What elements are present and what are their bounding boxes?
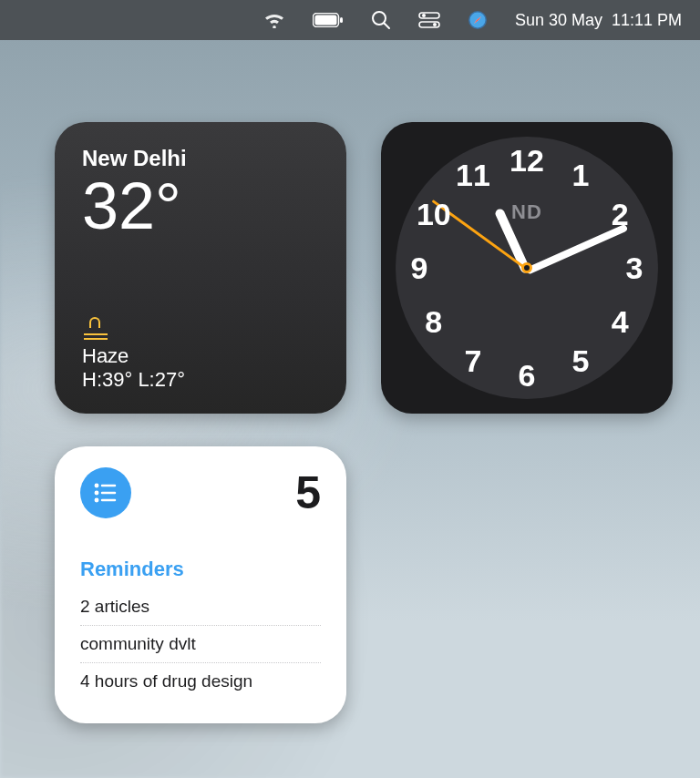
weather-hilo: H:39° L:27° — [82, 368, 319, 392]
battery-icon[interactable] — [313, 13, 344, 27]
notification-center-widgets: New Delhi 32° Haze H:39° L:27° ND 123456… — [0, 40, 700, 723]
list-icon — [80, 467, 131, 518]
svg-point-8 — [433, 23, 437, 26]
reminder-item[interactable]: community dvlt — [80, 626, 321, 663]
reminders-title: Reminders — [80, 558, 321, 581]
clock-numeral: 9 — [411, 251, 428, 286]
spotlight-search-icon[interactable] — [371, 10, 391, 30]
reminders-list: 2 articles community dvlt 4 hours of dru… — [80, 589, 321, 700]
clock-numeral: 4 — [612, 304, 629, 340]
clock-timezone: ND — [511, 200, 542, 224]
clock-widget[interactable]: ND 123456789101112 — [381, 122, 673, 414]
clock-numeral: 11 — [456, 157, 490, 192]
svg-point-6 — [422, 14, 426, 17]
weather-location: New Delhi — [82, 146, 319, 171]
clock-pivot — [521, 262, 532, 273]
svg-rect-1 — [314, 15, 336, 26]
clock-face: ND 123456789101112 — [396, 137, 658, 399]
menubar-date: Sun 30 May — [515, 11, 602, 29]
clock-numeral: 1 — [572, 157, 590, 192]
clock-numeral: 5 — [572, 343, 590, 379]
clock-numeral: 12 — [510, 143, 544, 179]
menu-bar: Sun 30 May 11:11 PM — [0, 0, 700, 40]
wifi-icon[interactable] — [263, 12, 285, 28]
clock-numeral: 3 — [626, 251, 643, 286]
weather-condition: Haze — [82, 344, 319, 368]
haze-icon — [82, 315, 109, 341]
svg-point-15 — [96, 492, 98, 494]
clock-numeral: 8 — [425, 304, 442, 340]
clock-numeral: 2 — [612, 197, 629, 232]
clock-numeral: 10 — [417, 197, 451, 232]
status-icons — [263, 10, 488, 30]
weather-temperature: 32° — [82, 173, 319, 239]
reminder-item[interactable]: 2 articles — [80, 589, 321, 626]
reminder-item[interactable]: 4 hours of drug design — [80, 663, 321, 700]
weather-widget[interactable]: New Delhi 32° Haze H:39° L:27° — [55, 122, 346, 414]
control-center-icon[interactable] — [418, 12, 440, 28]
menubar-time: 11:11 PM — [612, 11, 682, 29]
svg-rect-2 — [340, 17, 343, 23]
svg-point-17 — [96, 499, 98, 501]
menubar-datetime[interactable]: Sun 30 May 11:11 PM — [515, 11, 682, 30]
reminders-widget[interactable]: 5 Reminders 2 articles community dvlt 4 … — [55, 446, 346, 723]
clock-numeral: 7 — [465, 343, 482, 379]
svg-line-4 — [384, 24, 389, 29]
safari-icon[interactable] — [468, 10, 488, 30]
svg-point-13 — [96, 485, 98, 486]
clock-numeral: 6 — [519, 358, 536, 394]
reminders-count: 5 — [295, 466, 321, 519]
